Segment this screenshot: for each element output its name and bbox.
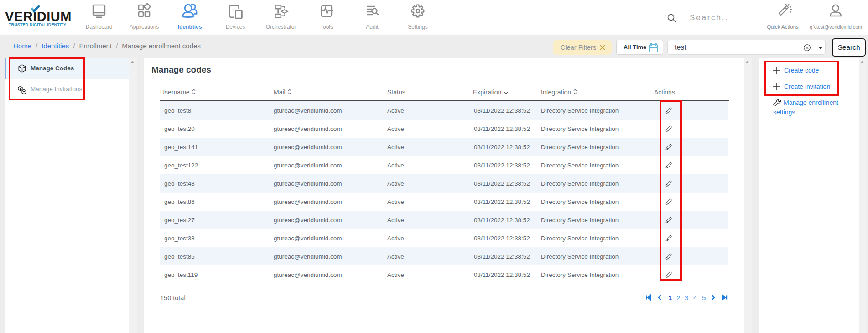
svg-text:2: 2 <box>676 294 680 302</box>
svg-text:5: 5 <box>702 294 706 302</box>
svg-text:4: 4 <box>693 294 697 302</box>
svg-text:1: 1 <box>668 294 672 302</box>
svg-text:3: 3 <box>685 294 688 302</box>
